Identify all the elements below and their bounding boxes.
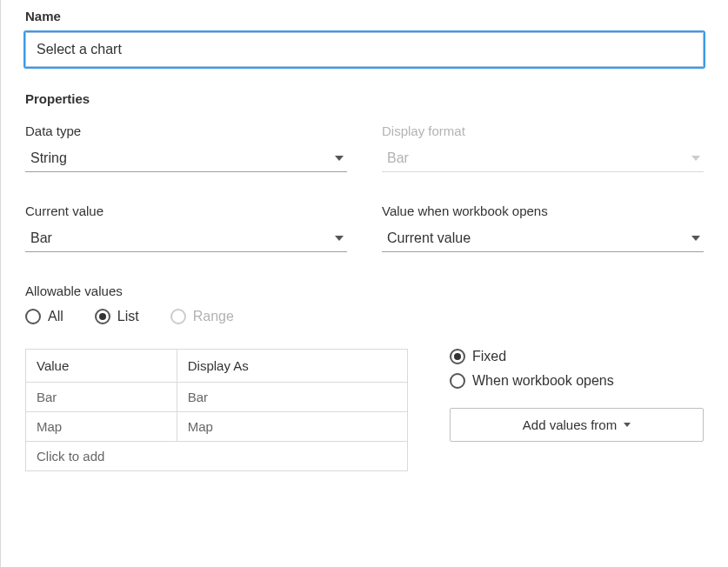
chevron-down-icon — [624, 423, 631, 427]
radio-fixed[interactable]: Fixed — [450, 349, 704, 364]
radio-icon — [95, 309, 110, 324]
radio-icon — [170, 309, 186, 324]
radio-all-label: All — [48, 309, 63, 324]
table-cell-value: Map — [26, 412, 177, 442]
value-when-opens-value: Current value — [387, 230, 471, 246]
chevron-down-icon — [691, 236, 700, 241]
table-row-add[interactable]: Click to add — [26, 442, 408, 471]
current-value-label: Current value — [25, 203, 347, 218]
col-value-header: Value — [26, 350, 177, 383]
table-row[interactable]: Bar Bar — [26, 383, 408, 412]
radio-list-label: List — [117, 309, 139, 324]
value-when-opens-label: Value when workbook opens — [382, 203, 704, 218]
current-value-select[interactable]: Bar — [25, 225, 347, 252]
display-format-select: Bar — [382, 145, 704, 172]
name-label: Name — [25, 9, 704, 23]
radio-icon — [450, 349, 465, 364]
display-format-value: Bar — [387, 150, 409, 166]
table-cell-value: Bar — [26, 383, 177, 412]
chevron-down-icon — [691, 156, 700, 161]
radio-icon — [450, 373, 465, 389]
data-type-label: Data type — [25, 123, 347, 138]
data-type-value: String — [30, 150, 67, 166]
radio-range-label: Range — [193, 309, 234, 324]
value-when-opens-select[interactable]: Current value — [382, 225, 704, 252]
radio-range: Range — [170, 309, 234, 324]
properties-header: Properties — [25, 91, 704, 106]
radio-icon — [25, 309, 41, 324]
add-values-label: Add values from — [523, 417, 617, 432]
current-value-value: Bar — [30, 230, 52, 246]
table-row[interactable]: Map Map — [26, 412, 408, 442]
radio-when-opens-label: When workbook opens — [472, 373, 614, 389]
add-values-from-button[interactable]: Add values from — [450, 408, 704, 442]
click-to-add-cell: Click to add — [26, 442, 408, 471]
values-table: Value Display As Bar Bar Map Map Click t… — [25, 349, 408, 471]
radio-list[interactable]: List — [95, 309, 139, 324]
name-input[interactable] — [25, 32, 704, 67]
table-cell-display: Bar — [177, 383, 407, 412]
table-cell-display: Map — [177, 412, 407, 442]
radio-when-opens[interactable]: When workbook opens — [450, 373, 704, 389]
radio-fixed-label: Fixed — [472, 349, 506, 364]
radio-all[interactable]: All — [25, 309, 63, 324]
data-type-select[interactable]: String — [25, 145, 347, 172]
chevron-down-icon — [335, 236, 344, 241]
allowable-values-header: Allowable values — [25, 284, 704, 298]
display-format-label: Display format — [382, 123, 704, 138]
col-display-header: Display As — [177, 350, 407, 383]
chevron-down-icon — [335, 156, 344, 161]
